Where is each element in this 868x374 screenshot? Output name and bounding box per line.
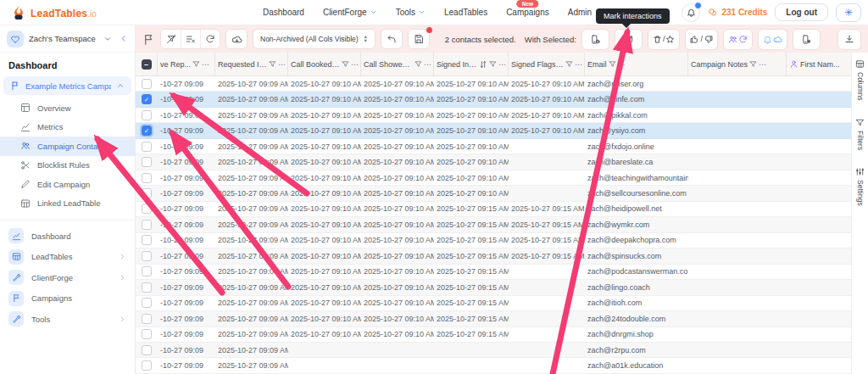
collapse-sidebar-icon[interactable] [119,34,128,43]
column-menu-icon[interactable]: ⋯ [575,60,581,69]
filter-icon[interactable] [749,60,757,68]
table-row[interactable]: -10-27 09:092025-10-27 09:09 AM2025-10-2… [136,202,851,217]
column-menu-icon[interactable]: ⋯ [498,60,505,69]
column-header-call-showed-at[interactable]: Call Showed At⋯ [361,53,434,75]
sidebar-item-dashboard[interactable]: Dashboard [0,226,135,247]
filter-icon[interactable] [342,60,349,68]
filter-icon[interactable] [192,60,200,68]
row-checkbox[interactable] [142,79,152,89]
row-checkbox[interactable] [142,251,152,261]
sidebar-item-tools[interactable]: Tools [0,309,135,330]
sidebar-item-leadtables[interactable]: LeadTables [0,247,135,268]
nav-item-leadtables[interactable]: LeadTables [444,8,487,17]
credits-indicator[interactable]: 231 Credits [708,8,767,18]
column-menu-icon[interactable]: ⋯ [759,60,765,69]
row-checkbox[interactable]: ✓ [142,126,152,136]
filter-icon[interactable] [489,60,497,68]
app-logo[interactable]: LeadTables.io [0,5,136,20]
table-row[interactable]: -10-27 09:092025-10-27 09:09 AM2025-10-2… [136,217,851,232]
filter-icon[interactable] [415,60,422,68]
column-header-signed-intro-of[interactable]: Signed Intro Of...⋯ [434,53,509,75]
table-row[interactable]: ✓-10-27 09:092025-10-27 09:09 AM2025-10-… [136,92,851,107]
table-row[interactable]: -10-27 09:092025-10-27 09:09 AM2025-10-2… [136,139,851,154]
table-row[interactable]: -10-27 09:092025-10-27 09:09 AM2025-10-2… [136,76,851,92]
row-checkbox[interactable] [142,329,152,339]
sidebar-item-clientforge[interactable]: ClientForge [0,267,135,288]
table-row[interactable]: -10-27 09:092025-10-27 09:09 AM2025-10-2… [136,280,851,295]
rail-tab-columns[interactable]: Columns [855,59,865,101]
column-header-campaign-notes[interactable]: Campaign Notes⋯ [688,53,787,75]
save-view-button[interactable] [408,29,430,49]
sidebar-item-campaigns[interactable]: Campaigns [0,288,135,310]
column-menu-icon[interactable]: ⋯ [424,60,431,69]
column-header-requested-initial[interactable]: Requested Initial ...⋯ [215,53,288,75]
table-row[interactable]: -10-27 09:092025-10-27 09:09 AM2025-10-2… [136,154,851,170]
nav-item-clientforge[interactable]: ClientForge [323,8,377,17]
row-checkbox[interactable] [142,266,152,276]
thumbs-up-down-button[interactable]: / [685,29,718,50]
row-checkbox[interactable] [142,173,152,183]
column-menu-icon[interactable]: ⋯ [351,60,358,69]
column-header-ve-rep[interactable]: ve Rep...⋯ [158,53,215,75]
sidebar-item-linked-leadtable[interactable]: Linked LeadTable [0,194,135,214]
sidebar-item-campaign-contacts[interactable]: Campaign Contacts [0,137,135,156]
table-row[interactable]: -10-27 09:092025-10-27 09:09 AM2025-10-2… [136,170,851,186]
column-header-first-nam[interactable]: First Nam... [787,53,851,75]
undo-button[interactable] [381,29,403,49]
mark-interactions-button[interactable] [581,29,609,50]
row-checkbox[interactable] [142,298,152,308]
row-checkbox[interactable] [142,142,152,152]
table-row[interactable]: -10-27 09:092025-10-27 09:09 AM2025-10-2… [136,186,851,201]
filter-icon[interactable] [565,60,573,68]
sidebar-item-overview[interactable]: Overview [0,98,135,118]
column-header-signed-flagship-offer[interactable]: Signed Flagship Offer ...⋯ [509,53,585,75]
column-menu-icon[interactable]: ⋯ [278,60,285,69]
column-menu-icon[interactable]: ⋯ [202,60,209,69]
table-row[interactable]: -10-27 09:092025-10-27 09:09 AMzach@a01k… [136,358,851,373]
table-row[interactable]: ✓-10-27 09:092025-10-27 09:09 AM2025-10-… [136,123,851,138]
select-all-checkbox[interactable]: – [142,59,152,70]
column-menu-icon[interactable]: ⋯ [618,60,625,69]
nav-item-campaigns[interactable]: NewCampaigns [506,8,549,17]
clear-filters-button[interactable] [161,30,181,48]
row-checkbox[interactable] [142,157,152,167]
teamspace-selector[interactable]: Zach's Teamspace [0,25,135,53]
column-header-email[interactable]: Email⋯ [585,53,688,75]
filter-icon[interactable] [609,60,616,68]
export-button[interactable] [837,29,861,50]
view-select[interactable]: Non-Archived (All Cols Visible)▲▼ [253,29,376,49]
clear-sort-button[interactable] [181,30,200,48]
sidebar-item-metrics[interactable]: Metrics [0,118,135,137]
table-row[interactable]: -10-27 09:092025-10-27 09:09 AM2025-10-2… [136,327,851,343]
table-row[interactable]: -10-27 09:092025-10-27 09:09 AM2025-10-2… [136,296,851,311]
row-checkbox[interactable] [142,235,152,245]
rail-tab-filters[interactable]: Filters [855,118,865,150]
row-checkbox[interactable] [142,345,152,355]
chevron-down-icon[interactable] [103,35,112,43]
theme-toggle-button[interactable]: ✳ [836,3,861,22]
refresh-button[interactable] [200,30,220,48]
sidebar-item-edit-campaign[interactable]: Edit Campaign [0,175,135,194]
import-cloud-button[interactable] [225,29,248,49]
archive-or-favorite-button[interactable]: / [648,29,681,50]
contact-settings-button[interactable] [793,29,821,50]
nav-item-dashboard[interactable]: Dashboard [263,8,304,17]
row-checkbox[interactable] [142,314,152,324]
table-row[interactable]: -10-27 09:092025-10-27 09:09 AM2025-10-2… [136,233,851,248]
table-row[interactable]: -10-27 09:092025-10-27 09:09 AM2025-10-2… [136,311,851,327]
sync-contacts-button[interactable] [723,29,753,50]
sort-icon[interactable] [479,60,487,69]
table-row[interactable]: -10-27 09:092025-10-27 09:09 AM2025-10-2… [136,265,851,280]
sidebar-campaign-toggle[interactable]: Example Metrics Campaign [3,76,131,95]
row-checkbox[interactable] [142,110,152,120]
row-checkbox[interactable] [142,188,152,198]
notifications-button[interactable] [682,3,700,22]
sidebar-item-blocklist-rules[interactable]: Blocklist Rules [0,156,135,176]
row-checkbox[interactable]: ✓ [142,94,152,104]
nav-item-admin[interactable]: Admin [568,8,592,17]
row-checkbox[interactable] [142,282,152,293]
table-row[interactable]: -10-27 09:092025-10-27 09:09 AMzach@r2rp… [136,343,851,358]
column-header-call-booked-at[interactable]: Call Booked At⋯ [288,53,361,75]
row-checkbox[interactable] [142,360,152,371]
nav-item-tools[interactable]: Tools [396,8,426,17]
